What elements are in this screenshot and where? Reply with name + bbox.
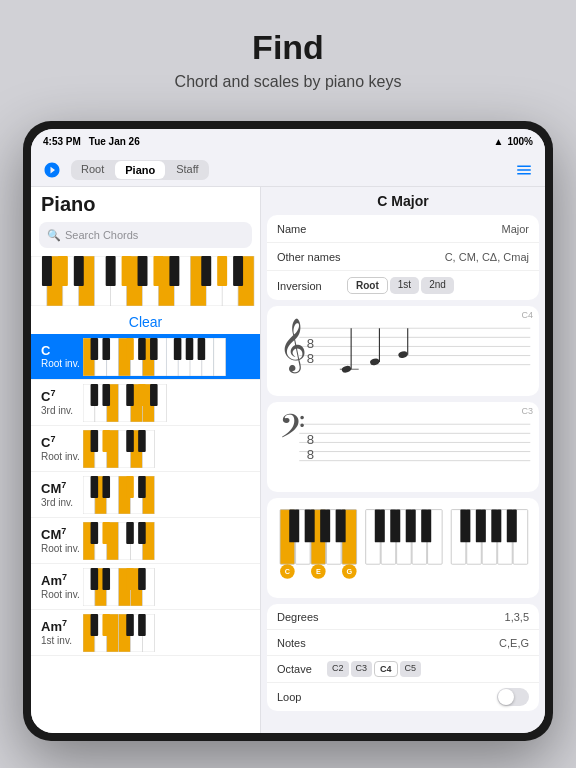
- svg-rect-96: [138, 568, 146, 590]
- chord-list: C Root inv.: [31, 334, 260, 733]
- piano-keyboard-mini[interactable]: [31, 256, 260, 306]
- bottom-info-table: Degrees 1,3,5 Notes C,E,G Octave C2 C3 C…: [267, 604, 539, 711]
- right-panel: C Major Name Major Other names C, CM, CΔ…: [261, 187, 545, 733]
- c3-label: C3: [521, 406, 533, 416]
- chord-item[interactable]: C Root inv.: [31, 334, 260, 380]
- nav-bar: Root Piano Staff: [31, 153, 545, 187]
- chord-item[interactable]: Am7 1st inv.: [31, 610, 260, 656]
- segment-piano[interactable]: Piano: [115, 161, 165, 179]
- chord-name: Am7: [41, 573, 83, 589]
- info-table: Name Major Other names C, CM, CΔ, Cmaj I…: [267, 215, 539, 300]
- svg-rect-83: [91, 522, 99, 544]
- svg-rect-19: [138, 256, 148, 286]
- search-bar[interactable]: 🔍 Search Chords: [39, 222, 252, 248]
- chord-name: C: [41, 344, 83, 358]
- svg-rect-38: [102, 338, 110, 360]
- panel-title: Piano: [31, 187, 260, 218]
- toggle-knob: [498, 689, 514, 705]
- svg-rect-74: [102, 476, 110, 498]
- svg-rect-18: [122, 256, 132, 286]
- octave-c5[interactable]: C5: [400, 661, 422, 677]
- inversion-2nd[interactable]: 2nd: [421, 277, 454, 294]
- svg-rect-24: [233, 256, 243, 286]
- svg-rect-103: [91, 614, 99, 636]
- chord-item[interactable]: Am7 Root inv.: [31, 564, 260, 610]
- main-content: Piano 🔍 Search Chords: [31, 187, 545, 733]
- settings-icon[interactable]: [511, 157, 537, 183]
- chord-inversion: Root inv.: [41, 451, 83, 462]
- svg-rect-16: [74, 256, 84, 286]
- inversion-1st[interactable]: 1st: [390, 277, 419, 294]
- svg-rect-104: [102, 614, 110, 636]
- inversion-row: Inversion Root 1st 2nd: [267, 271, 539, 300]
- loop-toggle[interactable]: [497, 688, 529, 706]
- octave-buttons: C2 C3 C4 C5: [327, 661, 421, 677]
- chord-inversion: 3rd inv.: [41, 497, 83, 508]
- name-row: Name Major: [267, 215, 539, 243]
- chord-label: Am7 1st inv.: [35, 619, 83, 646]
- segment-root[interactable]: Root: [71, 160, 114, 180]
- chord-name: Am7: [41, 619, 83, 635]
- svg-text:E: E: [316, 567, 321, 576]
- notes-value: C,E,G: [327, 637, 529, 649]
- svg-rect-93: [91, 568, 99, 590]
- svg-text:8: 8: [307, 336, 314, 351]
- chord-piano-mini: [83, 568, 256, 606]
- octave-c2[interactable]: C2: [327, 661, 349, 677]
- chord-piano-mini: [83, 430, 256, 468]
- svg-rect-42: [174, 338, 182, 360]
- chord-item[interactable]: C7 Root inv.: [31, 426, 260, 472]
- chord-item[interactable]: CM7 3rd inv.: [31, 472, 260, 518]
- svg-text:G: G: [346, 567, 352, 576]
- name-value: Major: [347, 223, 529, 235]
- svg-rect-64: [102, 430, 110, 452]
- svg-rect-23: [217, 256, 227, 286]
- octave-label: Octave: [277, 663, 327, 675]
- svg-rect-63: [91, 430, 99, 452]
- octave-c4[interactable]: C4: [374, 661, 398, 677]
- chord-name: CM7: [41, 527, 83, 543]
- inversion-root[interactable]: Root: [347, 277, 388, 294]
- svg-rect-39: [126, 338, 134, 360]
- other-names-label: Other names: [277, 251, 347, 263]
- chord-piano-mini: [83, 522, 256, 560]
- chord-item[interactable]: CM7 Root inv.: [31, 518, 260, 564]
- svg-rect-154: [476, 510, 486, 543]
- svg-text:8: 8: [307, 432, 314, 447]
- svg-rect-44: [198, 338, 206, 360]
- status-date: Tue Jan 26: [89, 136, 140, 147]
- degrees-row: Degrees 1,3,5: [267, 604, 539, 630]
- back-icon[interactable]: [39, 157, 65, 183]
- inversion-label: Inversion: [277, 280, 347, 292]
- status-time: 4:53 PM: [43, 136, 81, 147]
- svg-rect-40: [138, 338, 146, 360]
- svg-rect-144: [375, 510, 385, 543]
- piano-visualization: C E G: [267, 498, 539, 598]
- svg-rect-52: [91, 384, 99, 406]
- segment-staff[interactable]: Staff: [166, 160, 208, 180]
- chord-name: C7: [41, 435, 83, 451]
- other-names-row: Other names C, CM, CΔ, Cmaj: [267, 243, 539, 271]
- svg-rect-155: [491, 510, 501, 543]
- svg-rect-146: [406, 510, 416, 543]
- chord-item[interactable]: C7 3rd inv.: [31, 380, 260, 426]
- nav-segment-control: Root Piano Staff: [71, 160, 209, 180]
- chord-name: CM7: [41, 481, 83, 497]
- svg-rect-41: [150, 338, 158, 360]
- svg-rect-37: [91, 338, 99, 360]
- svg-rect-138: [336, 510, 346, 543]
- svg-text:𝄢: 𝄢: [279, 409, 305, 453]
- chord-inversion: Root inv.: [41, 543, 83, 554]
- clear-button[interactable]: Clear: [31, 310, 260, 334]
- svg-rect-145: [390, 510, 400, 543]
- bass-staff: C3 𝄢 8 8: [267, 402, 539, 492]
- octave-row: Octave C2 C3 C4 C5: [267, 656, 539, 683]
- chord-title: C Major: [261, 187, 545, 215]
- svg-text:8: 8: [307, 351, 314, 366]
- device-screen: 4:53 PM Tue Jan 26 ▲ 100% Root Piano Sta…: [31, 129, 545, 733]
- svg-rect-153: [460, 510, 470, 543]
- chord-label: CM7 Root inv.: [35, 527, 83, 554]
- svg-rect-137: [320, 510, 330, 543]
- octave-c3[interactable]: C3: [351, 661, 373, 677]
- other-names-value: C, CM, CΔ, Cmaj: [347, 251, 529, 263]
